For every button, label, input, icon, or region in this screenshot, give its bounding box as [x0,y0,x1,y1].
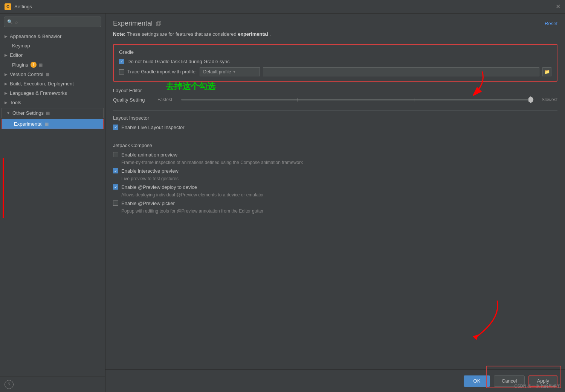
sidebar-item-label: Keymap [12,43,30,49]
anim-preview-label: Enable animation preview [121,152,177,158]
restore-icon[interactable] [156,21,162,27]
preview-deploy-label: Enable @Preview deploy to device [121,184,197,190]
sidebar-item-label: Tools [10,100,21,105]
fastest-label: Fastest [157,97,178,102]
trace-row: Trace Gradle import with profile: Defaul… [119,67,551,76]
sidebar-item-label: Build, Execution, Deployment [10,81,74,87]
interactive-preview-label: Enable interactive preview [121,168,179,174]
nav-items: ▶ Appearance & Behavior Keymap ▶ Editor … [0,30,105,377]
content-body: Gradle Do not build Gradle task list dur… [105,44,565,370]
page-title: Experimental [113,20,153,27]
gradle-title: Gradle [119,49,551,55]
help-button[interactable]: ? [5,380,14,389]
quality-label: Quality Setting [113,97,154,103]
app-icon: ⚙ [5,3,11,10]
close-button[interactable]: ✕ [556,3,560,10]
arrow-icon: ▼ [6,111,10,115]
gradle-trace-checkbox[interactable] [119,69,124,74]
arrow-icon: ▶ [5,82,8,86]
jetpack-compose-section: Jetpack Compose Enable animation preview… [113,143,557,214]
live-inspector-checkbox[interactable] [113,125,118,130]
preview-deploy-checkbox[interactable] [113,184,118,190]
note-suffix: . [269,31,271,37]
anim-preview-checkbox[interactable] [113,152,118,157]
divider2 [113,138,557,138]
interactive-preview-row: Enable interactive preview [113,168,557,174]
sidebar: 🔍 ⌕ ▶ Appearance & Behavior Keymap ▶ Edi… [0,14,105,392]
gradle-section: Gradle Do not build Gradle task list dur… [113,44,557,82]
ok-button[interactable]: OK [464,375,490,387]
arrow-icon: ▶ [5,34,8,38]
sidebar-item-build[interactable]: ▶ Build, Execution, Deployment [0,79,105,88]
sidebar-item-plugins[interactable]: Plugins 1 ▦ [0,60,105,70]
preview-picker-checkbox[interactable] [113,201,118,206]
window-title: Settings [14,4,32,9]
plugins-badge: 1 [31,62,37,68]
titlebar: ⚙ Settings ✕ [0,0,565,14]
note-emphasis: experimental [238,31,268,37]
sidebar-item-languages[interactable]: ▶ Languages & Frameworks [0,88,105,98]
note-bold: Note: [113,31,125,37]
jetpack-compose-title: Jetpack Compose [113,143,557,148]
quality-slider-track[interactable] [181,99,534,100]
main-content: 🔍 ⌕ ▶ Appearance & Behavior Keymap ▶ Edi… [0,14,565,392]
quality-row: Quality Setting Fastest Slowest [113,97,557,103]
layout-inspector-section: Layout Inspector Enable Live Layout Insp… [113,115,557,130]
gradle-no-build-checkbox[interactable] [119,59,124,64]
gradle-profile-dropdown[interactable]: Default profile ▼ [200,67,260,76]
watermark: CSDN @一米七的月半子 [515,383,560,389]
sidebar-item-label: Editor [10,52,23,58]
trace-path-input[interactable] [263,67,539,76]
preview-deploy-row: Enable @Preview deploy to device [113,184,557,190]
sidebar-item-label: Plugins [12,62,28,68]
live-inspector-label: Enable Live Layout Inspector [121,125,185,130]
quality-slider-thumb[interactable] [528,96,533,103]
sidebar-item-tools[interactable]: ▶ Tools [0,98,105,107]
arrow-icon: ▶ [5,100,8,105]
gradle-checkbox1-row: Do not build Gradle task list during Gra… [119,59,551,64]
sidebar-item-label: Experimental [14,121,43,127]
plugins-settings-icon: ▦ [39,62,43,67]
other-settings-icon: ▦ [46,111,50,115]
anim-preview-subtext: Frame-by-frame inspection of animations … [121,160,557,165]
layout-inspector-title: Layout Inspector [113,115,557,121]
preview-deploy-subtext: Allows deploying individual @Preview ele… [121,192,557,198]
preview-picker-row: Enable @Preview picker [113,201,557,206]
sidebar-item-label: Other Settings [12,110,44,116]
interactive-preview-subtext: Live preview to test gestures [121,176,557,181]
layout-editor-title: Layout Editor [113,88,557,93]
experimental-icon: ▦ [45,122,49,126]
svg-rect-1 [157,21,161,25]
sidebar-item-label: Appearance & Behavior [10,33,61,39]
reset-button[interactable]: Reset [545,21,557,26]
divider1 [113,110,557,111]
sidebar-item-keymap[interactable]: Keymap [0,41,105,50]
sidebar-item-experimental[interactable]: Experimental ▦ [2,119,104,129]
browse-folder-button[interactable]: 📁 [542,67,551,76]
sidebar-item-label: Version Control [10,71,43,77]
search-bar[interactable]: 🔍 ⌕ [4,17,101,27]
gradle-trace-label: Trace Gradle import with profile: [127,69,197,74]
sidebar-item-editor[interactable]: ▶ Editor [0,50,105,60]
content-area: Experimental Reset Note: These settings … [105,14,565,392]
sidebar-bottom: ? [0,377,105,392]
preview-picker-label: Enable @Preview picker [121,201,175,206]
title-row: Experimental [113,20,162,27]
arrow-icon: ▶ [5,53,8,57]
interactive-preview-checkbox[interactable] [113,168,118,173]
sidebar-item-version-control[interactable]: ▶ Version Control ▦ [0,70,105,79]
layout-editor-section: Layout Editor Quality Setting Fastest Sl… [113,88,557,103]
gradle-no-build-label: Do not build Gradle task list during Gra… [127,59,230,64]
dropdown-value: Default profile [203,69,231,74]
live-inspector-row: Enable Live Layout Inspector [113,125,557,130]
anim-preview-row: Enable animation preview [113,152,557,158]
sidebar-item-label: Languages & Frameworks [10,90,67,96]
search-icon: 🔍 [7,19,13,24]
sidebar-item-appearance[interactable]: ▶ Appearance & Behavior [0,32,105,41]
svg-rect-0 [156,22,160,26]
vc-icon: ▦ [46,72,49,77]
content-header: Experimental Reset [105,14,565,30]
note-text: Note: These settings are for features th… [105,30,565,44]
preview-picker-subtext: Popup with editing tools for @Preview an… [121,208,557,214]
sidebar-item-other-settings[interactable]: ▼ Other Settings ▦ [2,108,104,118]
